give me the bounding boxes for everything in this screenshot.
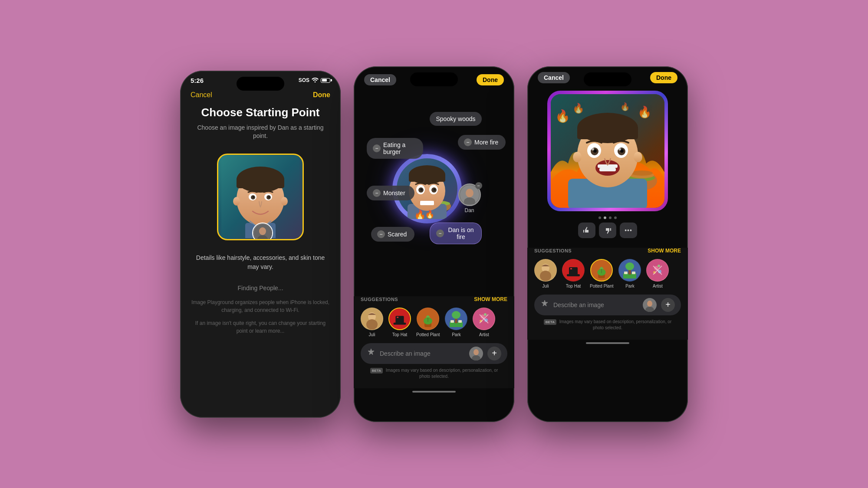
svg-rect-72 xyxy=(577,127,638,139)
suggestion-icon-juli-3 xyxy=(534,259,557,282)
suggestion-label-tophat-2: Top Hat xyxy=(392,332,407,337)
beta-badge-3: BETA xyxy=(544,319,556,325)
suggestion-icon-artist-2 xyxy=(473,308,495,330)
svg-point-115 xyxy=(647,301,652,307)
bubble-scared[interactable]: − Scared xyxy=(371,227,414,242)
suggestion-park-3[interactable]: Park xyxy=(618,259,641,288)
svg-point-62 xyxy=(473,349,479,355)
dan-small-avatar[interactable]: − Dan xyxy=(458,183,481,213)
phone-content-1: Cancel Done Choose Starting Point Choose… xyxy=(180,87,341,335)
bubble-minus-icon-3[interactable]: − xyxy=(373,189,381,197)
beta-badge-2: BETA xyxy=(370,368,383,373)
dot-4 xyxy=(614,216,617,219)
dan-label: Dan xyxy=(464,207,474,213)
input-row-3[interactable]: Describe an image + xyxy=(534,295,681,315)
svg-rect-42 xyxy=(394,322,406,324)
ai-input-icon-2 xyxy=(367,348,375,359)
bubble-minus-icon-4[interactable]: − xyxy=(377,230,385,238)
battery-icon-1 xyxy=(321,78,330,83)
home-indicator-3 xyxy=(586,342,629,344)
svg-text:🔥: 🔥 xyxy=(425,210,435,219)
suggestion-tophat-2[interactable]: Top Hat xyxy=(388,308,411,337)
home-indicator-2 xyxy=(412,391,456,393)
svg-point-13 xyxy=(233,197,240,206)
cancel-button-1[interactable]: Cancel xyxy=(191,91,212,99)
suggestion-icon-park-2 xyxy=(445,308,467,330)
show-more-2[interactable]: SHOW MORE xyxy=(474,296,507,302)
dan-minus-icon[interactable]: − xyxy=(475,182,482,189)
add-button-3[interactable]: + xyxy=(661,298,675,312)
suggestion-plant-3[interactable]: Potted Plant xyxy=(590,259,613,288)
suggestions-row-2: Juli Top Hat xyxy=(361,308,507,337)
svg-rect-75 xyxy=(599,168,616,171)
done-btn-2[interactable]: Done xyxy=(477,74,504,85)
suggestions-title-3: SUGGESTIONS xyxy=(534,248,572,253)
svg-point-0 xyxy=(315,81,316,82)
suggestion-label-juli-2: Juli xyxy=(368,332,375,337)
dot-3 xyxy=(609,216,612,219)
svg-point-92 xyxy=(540,271,551,281)
suggestion-icon-park-3 xyxy=(618,259,641,282)
more-options-button[interactable]: ••• xyxy=(620,223,637,238)
suggestion-label-plant-3: Potted Plant xyxy=(590,284,613,288)
suggestions-header-2: SUGGESTIONS SHOW MORE xyxy=(361,296,507,302)
suggestion-artist-2[interactable]: Artist xyxy=(473,308,495,337)
suggestion-plant-2[interactable]: Potted Plant xyxy=(416,308,440,337)
suggestion-label-park-2: Park xyxy=(452,332,461,337)
svg-rect-25 xyxy=(420,201,434,205)
cancel-btn-2[interactable]: Cancel xyxy=(364,74,396,85)
suggestion-artist-3[interactable]: Artist xyxy=(646,259,669,288)
cancel-btn-3[interactable]: Cancel xyxy=(538,72,570,83)
input-avatar-2[interactable] xyxy=(469,347,483,360)
add-button-2[interactable]: + xyxy=(487,347,501,360)
svg-point-84 xyxy=(573,152,582,162)
sos-text: SOS xyxy=(299,77,309,83)
svg-point-82 xyxy=(592,148,594,151)
bubble-dan-on-fire[interactable]: − Dan is on fire xyxy=(430,223,482,244)
suggestions-section-3: SUGGESTIONS SHOW MORE Juli xyxy=(527,248,688,340)
page-subtitle-1: Choose an image inspired by Dan as a sta… xyxy=(191,124,330,141)
suggestion-label-plant-2: Potted Plant xyxy=(416,332,440,337)
svg-point-39 xyxy=(366,319,378,330)
suggestion-icon-juli-2 xyxy=(361,308,383,330)
change-text-1: If an image isn't quite right, you can c… xyxy=(191,319,330,335)
suggestion-icon-plant-2 xyxy=(417,308,439,330)
suggestion-juli-3[interactable]: Juli xyxy=(534,259,557,288)
bubble-minus-icon-5[interactable]: − xyxy=(436,229,444,237)
svg-rect-43 xyxy=(397,317,398,318)
svg-point-35 xyxy=(466,189,473,197)
thumbs-down-button[interactable] xyxy=(599,223,616,238)
bubble-eating-burger[interactable]: − Eating a burger xyxy=(367,138,423,159)
suggestion-tophat-3[interactable]: Top Hat xyxy=(562,259,585,288)
suggestions-title-2: SUGGESTIONS xyxy=(361,297,398,302)
svg-rect-53 xyxy=(458,320,462,323)
bubble-spooky-woods[interactable]: Spooky woods xyxy=(430,112,482,126)
bubble-monster[interactable]: − Monster xyxy=(367,186,414,200)
svg-point-83 xyxy=(618,148,621,151)
dynamic-island-2 xyxy=(410,72,458,86)
result-image-3[interactable]: 🔥 🔥 🔥 🔥 xyxy=(549,92,666,210)
show-more-3[interactable]: SHOW MORE xyxy=(648,248,681,254)
svg-point-12 xyxy=(268,196,270,198)
page-title-1: Choose Starting Point xyxy=(191,106,330,119)
avatar-main-1[interactable] xyxy=(217,154,304,240)
input-row-2[interactable]: Describe an image + xyxy=(361,343,507,364)
done-btn-3[interactable]: Done xyxy=(650,72,677,83)
done-button-1[interactable]: Done xyxy=(313,91,330,99)
svg-point-104 xyxy=(625,262,634,270)
input-avatar-3[interactable] xyxy=(643,298,657,312)
status-icons-1: SOS xyxy=(299,77,330,84)
suggestion-juli-2[interactable]: Juli xyxy=(361,308,383,337)
bubble-minus-icon[interactable]: − xyxy=(373,144,381,152)
bubble-more-fire[interactable]: − More fire xyxy=(458,135,506,150)
suggestion-label-artist-2: Artist xyxy=(479,332,489,337)
svg-point-11 xyxy=(253,196,254,198)
svg-text:🔥: 🔥 xyxy=(414,209,426,219)
bubble-minus-icon-2[interactable]: − xyxy=(464,138,472,146)
suggestion-icon-artist-3 xyxy=(646,259,669,282)
dot-1 xyxy=(598,216,601,219)
thumbs-up-button[interactable] xyxy=(578,223,595,238)
suggestion-park-2[interactable]: Park xyxy=(445,308,467,337)
svg-point-58 xyxy=(484,313,487,316)
phone-3: Cancel Done xyxy=(527,66,688,422)
